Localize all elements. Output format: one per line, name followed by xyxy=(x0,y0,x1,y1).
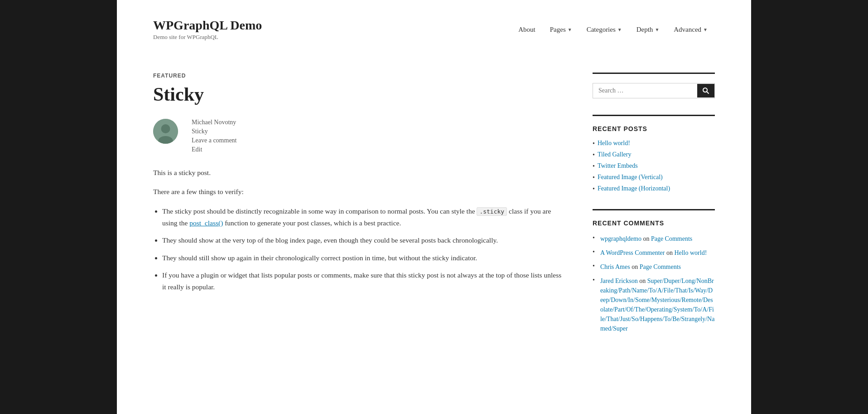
chevron-down-icon: ▼ xyxy=(703,27,708,32)
search-button[interactable] xyxy=(697,84,714,97)
post-meta: Michael Novotny Sticky Leave a comment E… xyxy=(192,119,237,153)
nav-categories[interactable]: Categories ▼ xyxy=(579,22,629,37)
comment-item: wpgraphqldemo on Page Comments xyxy=(593,234,715,244)
recent-post-link[interactable]: Twitter Embeds xyxy=(598,162,638,170)
post-title: Sticky xyxy=(153,83,565,105)
bullet-3: They should still show up again in their… xyxy=(162,252,565,264)
leave-comment-link[interactable]: Leave a comment xyxy=(192,137,237,144)
recent-posts-title: RECENT POSTS xyxy=(593,125,715,132)
post-meta-area: Michael Novotny Sticky Leave a comment E… xyxy=(153,119,565,153)
comment-author-link[interactable]: Jared Erickson xyxy=(600,278,638,284)
sidebar-divider-3 xyxy=(593,209,715,210)
site-header: WPGraphQL Demo Demo site for WPGraphQL A… xyxy=(117,0,751,54)
comment-post-link[interactable]: Page Comments xyxy=(651,235,692,242)
comment-item: A WordPress Commenter on Hello world! xyxy=(593,248,715,258)
bullet-1: The sticky post should be distinctly rec… xyxy=(162,205,565,229)
bullet-2: They should show at the very top of the … xyxy=(162,234,565,246)
site-branding: WPGraphQL Demo Demo site for WPGraphQL xyxy=(153,18,262,41)
post-content: This is a sticky post. There are a few t… xyxy=(153,167,565,293)
edit-link[interactable]: Edit xyxy=(192,146,237,153)
comment-item: Jared Erickson on Super/Duper/Long/NonBr… xyxy=(593,276,715,333)
sidebar-divider-2 xyxy=(593,115,715,116)
comment-long-path-link[interactable]: Super/Duper/Long/NonBreaking/Path/Name/T… xyxy=(600,278,715,332)
site-title[interactable]: WPGraphQL Demo xyxy=(153,18,262,33)
post-intro-2: There are a few things to verify: xyxy=(153,186,565,198)
chevron-down-icon: ▼ xyxy=(617,27,622,32)
post-intro-1: This is a sticky post. xyxy=(153,167,565,179)
svg-line-4 xyxy=(707,92,709,93)
list-item: Tiled Gallery xyxy=(593,151,715,159)
post-category[interactable]: Sticky xyxy=(192,128,237,135)
bullet-4: If you have a plugin or widget that list… xyxy=(162,269,565,293)
post-bullets: The sticky post should be distinctly rec… xyxy=(162,205,565,293)
nav-about[interactable]: About xyxy=(511,22,543,37)
sticky-class-code: .sticky xyxy=(477,207,507,216)
list-item: Twitter Embeds xyxy=(593,162,715,170)
chevron-down-icon: ▼ xyxy=(655,27,659,32)
recent-post-link[interactable]: Hello world! xyxy=(598,140,630,147)
chevron-down-icon: ▼ xyxy=(568,27,572,32)
search-icon xyxy=(703,88,709,94)
comment-author-link[interactable]: A WordPress Commenter xyxy=(600,249,665,256)
comment-post-link[interactable]: Page Comments xyxy=(640,263,681,270)
featured-label: FEATURED xyxy=(153,73,565,79)
main-content: FEATURED Sticky Michael Novotny Sticky L… xyxy=(117,54,751,368)
recent-posts-widget: RECENT POSTS Hello world! Tiled Gallery … xyxy=(593,115,715,193)
post-class-link[interactable]: post_class() xyxy=(189,219,223,227)
comment-item: Chris Ames on Page Comments xyxy=(593,262,715,272)
sidebar-divider xyxy=(593,73,715,74)
search-input[interactable] xyxy=(593,83,697,98)
avatar xyxy=(153,119,178,144)
recent-post-link[interactable]: Tiled Gallery xyxy=(598,151,632,158)
list-item: Featured Image (Horizontal) xyxy=(593,185,715,193)
content-area: FEATURED Sticky Michael Novotny Sticky L… xyxy=(153,73,565,350)
comment-author-link[interactable]: wpgraphqldemo xyxy=(600,235,641,242)
comment-post-link[interactable]: Hello world! xyxy=(674,249,707,256)
nav-pages[interactable]: Pages ▼ xyxy=(543,22,579,37)
main-nav: About Pages ▼ Categories ▼ Depth ▼ Advan… xyxy=(511,22,715,37)
svg-point-1 xyxy=(161,124,170,133)
search-form xyxy=(593,83,715,98)
recent-post-link[interactable]: Featured Image (Vertical) xyxy=(598,174,663,181)
recent-comments-title: RECENT COMMENTS xyxy=(593,219,715,227)
comment-author-link[interactable]: Chris Ames xyxy=(600,263,630,270)
nav-depth[interactable]: Depth ▼ xyxy=(629,22,667,37)
recent-posts-list: Hello world! Tiled Gallery Twitter Embed… xyxy=(593,140,715,193)
list-item: Hello world! xyxy=(593,140,715,147)
sidebar: RECENT POSTS Hello world! Tiled Gallery … xyxy=(593,73,715,350)
nav-advanced[interactable]: Advanced ▼ xyxy=(666,22,715,37)
author-name[interactable]: Michael Novotny xyxy=(192,119,237,126)
list-item: Featured Image (Vertical) xyxy=(593,174,715,181)
recent-comments-widget: RECENT COMMENTS wpgraphqldemo on Page Co… xyxy=(593,209,715,333)
recent-post-link[interactable]: Featured Image (Horizontal) xyxy=(598,185,670,192)
site-description: Demo site for WPGraphQL xyxy=(153,34,218,40)
search-widget xyxy=(593,73,715,98)
